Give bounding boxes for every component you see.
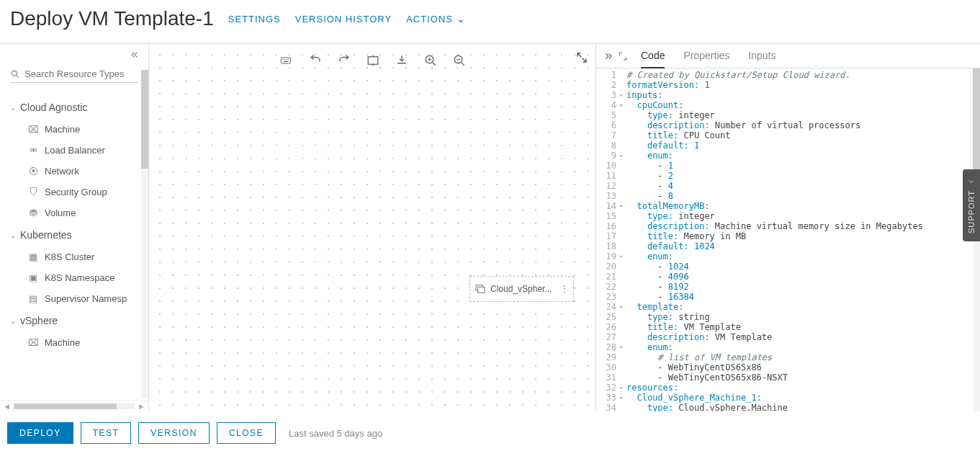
group-cloud-agnostic: ⌄Cloud Agnostic ⌧Machine ⚮Load Balancer … bbox=[0, 96, 148, 223]
version-button[interactable]: VERSION bbox=[138, 422, 210, 444]
code-line[interactable]: 21 - 4096 bbox=[596, 272, 980, 282]
header-bar: Deploy VM Template-1 SETTINGS VERSION HI… bbox=[0, 0, 980, 43]
code-line[interactable]: 13 - 8 bbox=[596, 191, 980, 201]
collapse-code-button[interactable] bbox=[603, 51, 613, 61]
code-line[interactable]: 23 - 16384 bbox=[596, 292, 980, 302]
svg-line-1 bbox=[17, 75, 19, 77]
resource-k8s-namespace[interactable]: ▣K8S Namespace bbox=[0, 267, 148, 288]
code-line[interactable]: 25 type: string bbox=[596, 312, 980, 322]
code-line[interactable]: 4▾ cpuCount: bbox=[596, 100, 980, 110]
fit-screen-button[interactable] bbox=[364, 51, 382, 70]
code-line[interactable]: 17 title: Memory in MB bbox=[596, 231, 980, 241]
resource-load-balancer[interactable]: ⚮Load Balancer bbox=[0, 140, 148, 161]
footer-bar: DEPLOY TEST VERSION CLOSE Last saved 5 d… bbox=[0, 411, 980, 454]
group-header-cloud-agnostic[interactable]: ⌄Cloud Agnostic bbox=[0, 96, 148, 119]
resource-network[interactable]: ⦿Network bbox=[0, 161, 148, 182]
design-canvas[interactable]: Cloud_vSpher... ⋮ bbox=[149, 44, 595, 411]
code-line[interactable]: 5 type: integer bbox=[596, 110, 980, 120]
test-button[interactable]: TEST bbox=[81, 422, 132, 444]
code-line[interactable]: 26 title: VM Template bbox=[596, 322, 980, 332]
code-line[interactable]: 27 description: VM Template bbox=[596, 332, 980, 342]
supervisor-icon: ▤ bbox=[27, 293, 39, 304]
tab-inputs[interactable]: Inputs bbox=[748, 44, 776, 68]
node-label: Cloud_vSpher... bbox=[490, 284, 552, 294]
save-status: Last saved 5 days ago bbox=[289, 428, 382, 439]
svg-rect-2 bbox=[281, 58, 290, 63]
keyboard-icon[interactable] bbox=[276, 52, 296, 69]
code-line[interactable]: 8 default: 1 bbox=[596, 140, 980, 151]
tab-code[interactable]: Code bbox=[641, 44, 665, 68]
canvas-node-cloud-vsphere[interactable]: Cloud_vSpher... ⋮ bbox=[469, 276, 574, 302]
resource-vsphere-machine[interactable]: ⌧Machine bbox=[0, 332, 148, 353]
resource-security-group[interactable]: ⛉Security Group bbox=[0, 182, 148, 202]
sidebar-horizontal-scrollbar[interactable]: ◄► bbox=[0, 400, 148, 411]
code-line[interactable]: 33▾ Cloud_vSphere_Machine_1: bbox=[596, 393, 980, 403]
code-line[interactable]: 29 # list of VM templates bbox=[596, 352, 980, 362]
resource-sidebar: ⌄Cloud Agnostic ⌧Machine ⚮Load Balancer … bbox=[0, 44, 149, 411]
undo-button[interactable] bbox=[306, 51, 325, 70]
deploy-button[interactable]: DEPLOY bbox=[7, 422, 73, 444]
version-history-link[interactable]: VERSION HISTORY bbox=[295, 14, 392, 24]
node-menu-button[interactable]: ⋮ bbox=[560, 284, 569, 294]
code-line[interactable]: 16 description: Machine virtual memory s… bbox=[596, 221, 980, 231]
svg-rect-8 bbox=[368, 57, 378, 65]
sidebar-vertical-scrollbar[interactable] bbox=[141, 70, 148, 398]
code-line[interactable]: 12 - 4 bbox=[596, 181, 980, 191]
tab-properties[interactable]: Properties bbox=[683, 44, 729, 68]
expand-canvas-button[interactable] bbox=[575, 51, 588, 64]
zoom-out-button[interactable] bbox=[450, 51, 469, 70]
zoom-in-button[interactable] bbox=[421, 51, 440, 70]
volume-icon: ⛃ bbox=[27, 208, 39, 218]
code-line[interactable]: 34 type: Cloud.vSphere.Machine bbox=[596, 403, 980, 411]
machine-icon: ⌧ bbox=[27, 124, 39, 135]
code-line[interactable]: 20 - 1024 bbox=[596, 262, 980, 272]
code-line[interactable]: 28▾ enum: bbox=[596, 342, 980, 352]
code-line[interactable]: 31 - WebTinyCentOS65x86-NSXT bbox=[596, 372, 980, 383]
shield-icon: ⛉ bbox=[27, 187, 39, 197]
support-tab[interactable]: SUPPORT bbox=[963, 169, 980, 241]
expand-code-button[interactable] bbox=[618, 51, 628, 61]
code-line[interactable]: 9▾ enum: bbox=[596, 151, 980, 161]
svg-point-0 bbox=[12, 71, 17, 76]
code-line[interactable]: 14▾ totalMemoryMB: bbox=[596, 201, 980, 211]
download-button[interactable] bbox=[392, 51, 411, 70]
machine-icon: ⌧ bbox=[27, 337, 39, 348]
code-line[interactable]: 15 type: integer bbox=[596, 211, 980, 221]
canvas-toolbar bbox=[270, 48, 475, 73]
code-line[interactable]: 22 - 8192 bbox=[596, 282, 980, 292]
code-line[interactable]: 18 default: 1024 bbox=[596, 241, 980, 251]
code-line[interactable]: 10 - 1 bbox=[596, 161, 980, 171]
code-line[interactable]: 6 description: Number of virtual process… bbox=[596, 120, 980, 130]
code-line[interactable]: 30 - WebTinyCentOS65x86 bbox=[596, 362, 980, 372]
collapse-sidebar-button[interactable] bbox=[0, 44, 148, 66]
close-button[interactable]: CLOSE bbox=[217, 422, 276, 444]
chevron-up-icon bbox=[967, 177, 976, 186]
code-line[interactable]: 1# Created by Quickstart/Setup Cloud wiz… bbox=[596, 70, 980, 80]
main-area: ⌄Cloud Agnostic ⌧Machine ⚮Load Balancer … bbox=[0, 43, 980, 411]
code-editor[interactable]: 1# Created by Quickstart/Setup Cloud wiz… bbox=[596, 68, 980, 411]
group-header-vsphere[interactable]: ⌄vSphere bbox=[0, 309, 148, 332]
resource-tree[interactable]: ⌄Cloud Agnostic ⌧Machine ⚮Load Balancer … bbox=[0, 90, 148, 400]
redo-button[interactable] bbox=[335, 51, 354, 70]
actions-dropdown[interactable]: ACTIONS bbox=[406, 13, 466, 24]
code-line[interactable]: 19▾ enum: bbox=[596, 251, 980, 262]
code-line[interactable]: 3▾inputs: bbox=[596, 90, 980, 100]
resource-machine[interactable]: ⌧Machine bbox=[0, 119, 148, 140]
group-kubernetes: ⌄Kubernetes ▦K8S Cluster ▣K8S Namespace … bbox=[0, 223, 148, 309]
resource-volume[interactable]: ⛃Volume bbox=[0, 202, 148, 223]
group-header-kubernetes[interactable]: ⌄Kubernetes bbox=[0, 223, 148, 246]
code-panel-header: Code Properties Inputs bbox=[596, 44, 980, 68]
search-input[interactable] bbox=[24, 68, 138, 79]
resource-supervisor-namespace[interactable]: ▤Supervisor Namesp bbox=[0, 288, 148, 309]
vm-icon bbox=[475, 283, 486, 295]
svg-rect-17 bbox=[478, 287, 485, 293]
code-line[interactable]: 11 - 2 bbox=[596, 171, 980, 181]
settings-link[interactable]: SETTINGS bbox=[228, 14, 281, 24]
svg-line-14 bbox=[462, 63, 464, 66]
code-line[interactable]: 7 title: CPU Count bbox=[596, 130, 980, 140]
search-icon bbox=[10, 69, 20, 79]
code-line[interactable]: 24▾ template: bbox=[596, 302, 980, 312]
code-line[interactable]: 2formatVersion: 1 bbox=[596, 80, 980, 90]
resource-k8s-cluster[interactable]: ▦K8S Cluster bbox=[0, 246, 148, 267]
code-line[interactable]: 32▾resources: bbox=[596, 383, 980, 393]
